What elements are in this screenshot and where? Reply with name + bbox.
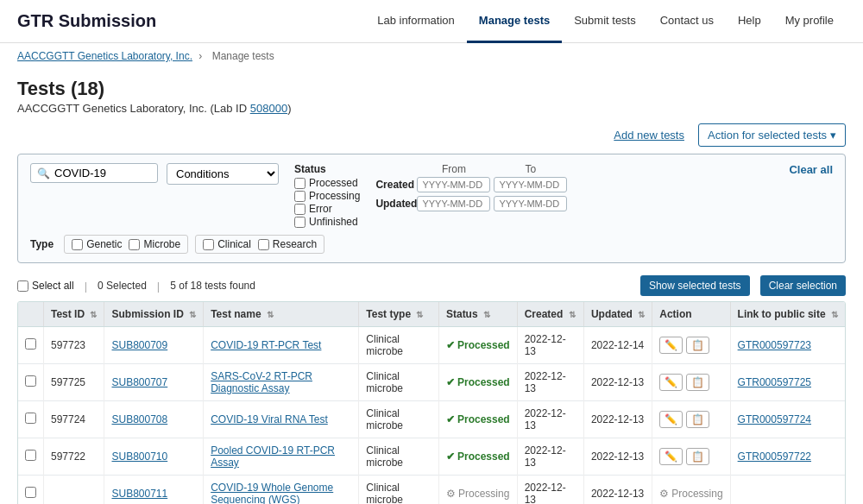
type-research-label[interactable]: Research bbox=[258, 238, 317, 250]
edit-button[interactable]: ✏️ bbox=[659, 337, 683, 354]
row-checkbox[interactable] bbox=[25, 375, 36, 387]
table-header-row: Test ID ⇅ Submission ID ⇅ Test name ⇅ Te… bbox=[18, 302, 845, 327]
test-id-cell: 597722 bbox=[44, 438, 104, 476]
type-clinical-label[interactable]: Clinical bbox=[203, 238, 251, 250]
updated-to-input[interactable] bbox=[494, 196, 567, 211]
edit-button[interactable]: ✏️ bbox=[659, 411, 683, 428]
table-row: SUB800711 COVID-19 Whole Genome Sequenci… bbox=[18, 476, 845, 505]
page-subtitle: AACCGGTT Genetics Laboratory, Inc. (Lab … bbox=[17, 102, 846, 115]
row-checkbox[interactable] bbox=[25, 338, 36, 350]
nav-submit-tests[interactable]: Submit tests bbox=[562, 0, 648, 43]
type-research-checkbox[interactable] bbox=[258, 239, 269, 250]
row-checkbox-cell bbox=[18, 327, 44, 364]
th-public-link[interactable]: Link to public site ⇅ bbox=[730, 302, 845, 327]
add-new-tests-link[interactable]: Add new tests bbox=[614, 129, 684, 142]
type-genetic-checkbox[interactable] bbox=[72, 239, 83, 250]
copy-button[interactable]: 📋 bbox=[686, 337, 709, 354]
show-selected-button[interactable]: Show selected tests bbox=[640, 275, 750, 296]
test-name-link[interactable]: COVID-19 RT-PCR Test bbox=[211, 339, 321, 351]
status-cell: ✔ Processed bbox=[446, 450, 510, 463]
th-updated[interactable]: Updated ⇅ bbox=[583, 302, 652, 327]
test-name-link[interactable]: COVID-19 Viral RNA Test bbox=[211, 413, 328, 425]
nav-contact-us[interactable]: Contact us bbox=[648, 0, 726, 43]
status-label: Status bbox=[294, 163, 360, 175]
copy-button[interactable]: 📋 bbox=[686, 374, 709, 391]
th-test-type[interactable]: Test type ⇅ bbox=[359, 302, 439, 327]
submission-id-link[interactable]: SUB800708 bbox=[111, 413, 167, 425]
action-cell: ✏️ 📋 bbox=[652, 438, 730, 476]
test-name-link[interactable]: SARS-CoV-2 RT-PCR Diagnostic Assay bbox=[211, 370, 312, 394]
action-icons: ✏️ 📋 bbox=[659, 411, 722, 428]
breadcrumb-current: Manage tests bbox=[212, 50, 274, 62]
updated-from-input[interactable] bbox=[417, 196, 490, 211]
created-cell: 2022-12-13 bbox=[517, 476, 583, 505]
status-processing-checkbox[interactable] bbox=[294, 191, 306, 202]
nav-manage-tests[interactable]: Manage tests bbox=[467, 0, 562, 43]
th-test-id[interactable]: Test ID ⇅ bbox=[44, 302, 104, 327]
lab-id-link[interactable]: 508000 bbox=[250, 102, 287, 115]
test-name-link[interactable]: Pooled COVID-19 RT-PCR Assay bbox=[211, 444, 335, 469]
public-link[interactable]: GTR000597723 bbox=[738, 339, 811, 351]
public-link[interactable]: GTR000597722 bbox=[738, 450, 811, 463]
row-checkbox[interactable] bbox=[25, 413, 36, 424]
status-unfinished-checkbox[interactable] bbox=[294, 217, 306, 228]
page-title: Tests (18) bbox=[17, 78, 846, 100]
submission-id-link[interactable]: SUB800707 bbox=[111, 376, 167, 388]
copy-button[interactable]: 📋 bbox=[686, 411, 709, 428]
status-error-label[interactable]: Error bbox=[294, 203, 360, 215]
nav-my-profile[interactable]: My profile bbox=[773, 0, 846, 43]
submission-id-link[interactable]: SUB800709 bbox=[111, 339, 167, 351]
row-checkbox[interactable] bbox=[25, 450, 36, 461]
status-processed-label[interactable]: Processed bbox=[294, 177, 360, 189]
type-microbe-label[interactable]: Microbe bbox=[129, 238, 180, 250]
separator-2: | bbox=[157, 280, 160, 293]
edit-button[interactable]: ✏️ bbox=[659, 448, 683, 465]
th-status[interactable]: Status ⇅ bbox=[438, 302, 517, 327]
nav-help[interactable]: Help bbox=[726, 0, 773, 43]
th-created[interactable]: Created ⇅ bbox=[517, 302, 583, 327]
breadcrumb-lab-link[interactable]: AACCGGTT Genetics Laboratory, Inc. bbox=[17, 50, 192, 62]
copy-button[interactable]: 📋 bbox=[686, 448, 709, 465]
tests-table: Test ID ⇅ Submission ID ⇅ Test name ⇅ Te… bbox=[18, 302, 845, 504]
header: GTR Submission Lab information Manage te… bbox=[0, 0, 863, 43]
type-clinical-checkbox[interactable] bbox=[203, 239, 214, 250]
th-submission-id[interactable]: Submission ID ⇅ bbox=[104, 302, 204, 327]
type-microbe-checkbox[interactable] bbox=[129, 239, 140, 250]
select-all-label[interactable]: Select all bbox=[17, 280, 74, 292]
created-from-input[interactable] bbox=[417, 177, 490, 192]
app-title: GTR Submission bbox=[17, 11, 156, 31]
action-selected-button[interactable]: Action for selected tests ▾ bbox=[698, 123, 846, 147]
submission-id-cell: SUB800708 bbox=[104, 401, 204, 438]
test-type-cell: Clinical microbe bbox=[359, 476, 439, 505]
status-processing-label[interactable]: Processing bbox=[294, 190, 360, 202]
status-error-checkbox[interactable] bbox=[294, 204, 306, 215]
status-checkboxes: Processed Processing Error Unfinished bbox=[294, 177, 360, 228]
created-to-input[interactable] bbox=[494, 177, 567, 192]
public-link[interactable]: GTR000597724 bbox=[738, 413, 811, 425]
action-status: ⚙ Processing bbox=[659, 488, 722, 500]
row-checkbox[interactable] bbox=[25, 487, 36, 498]
th-test-name[interactable]: Test name ⇅ bbox=[204, 302, 359, 327]
select-all-checkbox[interactable] bbox=[17, 280, 28, 292]
test-name-link[interactable]: COVID-19 Whole Genome Sequencing (WGS) bbox=[211, 482, 333, 504]
status-unfinished-label[interactable]: Unfinished bbox=[294, 216, 360, 228]
clear-selection-button[interactable]: Clear selection bbox=[760, 275, 846, 296]
conditions-select[interactable]: Conditions bbox=[167, 163, 279, 185]
submission-id-link[interactable]: SUB800711 bbox=[111, 488, 167, 500]
type-genetic-label[interactable]: Genetic bbox=[72, 238, 122, 250]
updated-cell: 2022-12-13 bbox=[583, 438, 652, 476]
page-heading: Tests (18) AACCGGTT Genetics Laboratory,… bbox=[0, 69, 863, 118]
submission-id-link[interactable]: SUB800710 bbox=[111, 450, 167, 463]
action-icons: ✏️ 📋 bbox=[659, 448, 722, 465]
row-checkbox-cell bbox=[18, 476, 44, 505]
status-cell: ✔ Processed bbox=[446, 376, 510, 388]
test-name-cell: COVID-19 Whole Genome Sequencing (WGS) bbox=[204, 476, 359, 505]
search-input[interactable] bbox=[54, 167, 149, 180]
row-checkbox-cell bbox=[18, 438, 44, 476]
public-link[interactable]: GTR000597725 bbox=[738, 376, 811, 388]
created-cell: 2022-12-13 bbox=[517, 327, 583, 364]
nav-lab-information[interactable]: Lab information bbox=[365, 0, 467, 43]
clear-all-button[interactable]: Clear all bbox=[789, 163, 833, 176]
status-processed-checkbox[interactable] bbox=[294, 178, 306, 189]
edit-button[interactable]: ✏️ bbox=[659, 374, 683, 391]
